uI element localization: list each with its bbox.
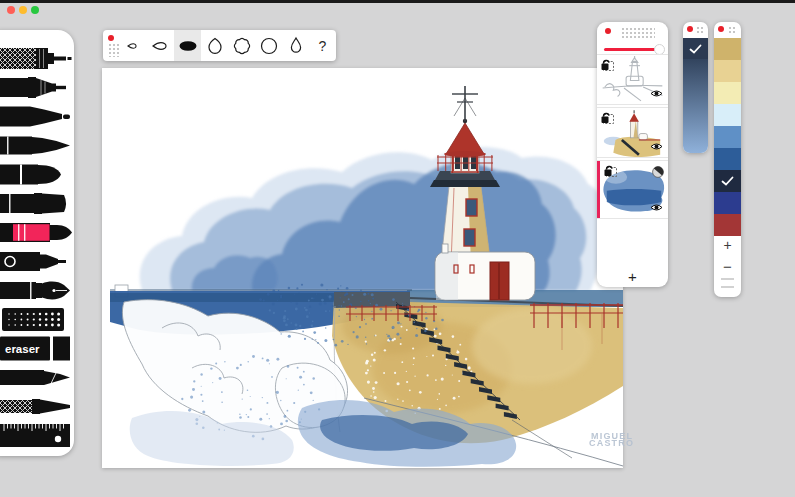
bullet-marker-icon [0, 161, 72, 188]
eraser-icon: eraser [0, 335, 72, 362]
fine-brush-icon [0, 132, 72, 159]
color-swatch[interactable] [714, 104, 741, 126]
color-swatch[interactable] [714, 148, 741, 170]
brush-tip-small[interactable] [120, 30, 147, 61]
scalloped-circle-icon [230, 34, 254, 58]
blender-icon [0, 393, 72, 420]
color-swatch[interactable] [714, 82, 741, 104]
tip-medium-icon [149, 34, 173, 58]
remove-color-button[interactable]: − [714, 258, 741, 275]
tool-eraser[interactable]: eraser [0, 335, 72, 362]
circle-icon [257, 34, 281, 58]
ruler-icon [0, 422, 72, 449]
color-swatch[interactable] [714, 192, 741, 214]
brush-tip-circle[interactable] [255, 30, 282, 61]
checkmark-icon [721, 176, 734, 186]
tool-ballpoint-pen[interactable] [0, 248, 72, 275]
shade-panel [683, 22, 708, 153]
palette-grip-dots[interactable] [728, 26, 737, 35]
brush-shape-toolbar: ? [103, 30, 336, 61]
brush-tip-medium[interactable] [147, 30, 174, 61]
layer-visibility-icon[interactable] [650, 84, 663, 102]
color-palette-panel: + − [714, 22, 741, 297]
shade-red-dot [687, 26, 693, 32]
artist-signature: MIGUEL CASTRO [591, 432, 634, 447]
layer-lock-icon[interactable] [601, 111, 616, 129]
tool-technical-pen[interactable] [0, 74, 72, 101]
tool-watercolor-brush[interactable] [0, 219, 72, 246]
marker-icon [0, 103, 72, 130]
tool-marker[interactable] [0, 103, 72, 130]
painting[interactable] [102, 68, 623, 468]
palette-swatches [714, 38, 741, 236]
drawing-canvas[interactable]: MIGUEL CASTRO [102, 68, 623, 468]
drop-round-icon [203, 34, 227, 58]
tool-fountain-pen[interactable] [0, 277, 72, 304]
layer-visibility-icon[interactable] [650, 198, 663, 216]
checkmark-icon [689, 44, 702, 54]
shade-gradient-picker[interactable] [683, 59, 708, 153]
color-swatch[interactable] [714, 214, 741, 236]
selected-layer-indicator [597, 161, 600, 218]
layer-row-lighthouse-color[interactable] [597, 107, 668, 158]
layers-panel: + [597, 22, 668, 287]
tool-ruler[interactable] [0, 422, 72, 449]
brush-tip-droplet[interactable] [282, 30, 309, 61]
brush-tip-drop-round[interactable] [201, 30, 228, 61]
layer-lock-icon[interactable] [604, 164, 619, 182]
palette-red-dot [718, 26, 724, 32]
toolbar-grip-dots [108, 43, 119, 57]
tool-flat-brush[interactable] [0, 190, 72, 217]
tool-textured-pencil[interactable] [0, 45, 72, 72]
tool-fine-brush[interactable] [0, 132, 72, 159]
toolbar-red-dot [108, 35, 114, 41]
color-swatch[interactable] [714, 170, 741, 192]
tool-airbrush[interactable] [0, 306, 72, 333]
airbrush-icon [0, 306, 72, 333]
cutter-icon [0, 364, 72, 391]
layers-grip-dots[interactable] [621, 27, 655, 38]
layer-row-water-wash[interactable] [597, 160, 668, 219]
technical-pen-icon [0, 74, 72, 101]
shade-grip-dots[interactable] [696, 26, 705, 35]
palette-drag-handle[interactable] [721, 278, 734, 288]
add-layer-button[interactable]: + [597, 268, 668, 285]
color-swatch[interactable] [714, 126, 741, 148]
droplet-icon [284, 34, 308, 58]
zoom-button[interactable] [31, 6, 39, 14]
brush-tip-scalloped[interactable] [228, 30, 255, 61]
ballpoint-pen-icon [0, 248, 72, 275]
textured-pencil-icon [0, 45, 72, 72]
watercolor-brush-icon [0, 219, 72, 246]
tool-cutter[interactable] [0, 364, 72, 391]
minimize-button[interactable] [19, 6, 27, 14]
brush-help-button[interactable]: ? [309, 30, 336, 61]
close-button[interactable] [7, 6, 15, 14]
brush-tip-ellipse[interactable] [174, 30, 201, 61]
screen-top-edge [0, 0, 795, 3]
tools-panel: eraser [0, 30, 74, 456]
tip-small-icon [122, 34, 146, 58]
tool-bullet-marker[interactable] [0, 161, 72, 188]
flat-brush-icon [0, 190, 72, 217]
layer-row-sketch[interactable] [597, 54, 668, 105]
eraser-label: eraser [5, 343, 40, 355]
toolbar-drag-handle[interactable] [103, 30, 120, 61]
shade-selected-swatch[interactable] [683, 38, 708, 60]
layer-opacity-badge[interactable] [652, 164, 664, 182]
tip-ellipse-filled-icon [176, 34, 200, 58]
layer-opacity-slider[interactable] [604, 48, 658, 51]
fountain-pen-icon [0, 277, 72, 304]
layer-lock-icon[interactable] [601, 58, 616, 76]
layers-red-dot [605, 28, 611, 34]
color-swatch[interactable] [714, 38, 741, 60]
color-swatch[interactable] [714, 60, 741, 82]
layer-visibility-icon[interactable] [650, 137, 663, 155]
help-label: ? [319, 38, 327, 54]
add-color-button[interactable]: + [714, 237, 741, 253]
tool-blender[interactable] [0, 393, 72, 420]
